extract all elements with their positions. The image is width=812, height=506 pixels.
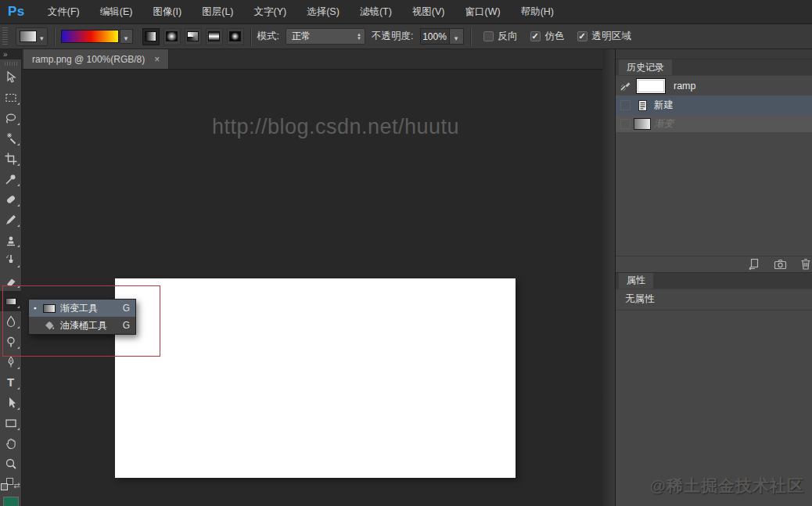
rectangle-icon	[4, 416, 18, 430]
move-tool[interactable]	[0, 67, 22, 88]
color-swatches-control[interactable]	[0, 474, 22, 494]
reflected-gradient-icon	[208, 31, 220, 41]
updown-arrows-icon	[357, 33, 361, 40]
gradient-icon	[4, 294, 18, 308]
reverse-label: 反向	[498, 30, 518, 43]
radial-gradient-button[interactable]	[163, 28, 181, 45]
reverse-checkbox[interactable]	[483, 31, 494, 41]
chevron-down-icon	[40, 30, 44, 44]
selection-arrow-icon	[4, 396, 18, 410]
clone-stamp-tool[interactable]	[0, 230, 22, 250]
flyout-item-label: 油漆桶工具	[60, 319, 119, 332]
document-tab-title: ramp.png @ 100%(RGB/8)	[32, 54, 145, 65]
canvas-watermark-text: http://blog.csdn.net/huutu	[45, 115, 626, 139]
brush-tool[interactable]	[0, 210, 22, 230]
magnifier-icon	[4, 457, 18, 471]
menu-help[interactable]: 帮助(H)	[511, 0, 564, 23]
opacity-input[interactable]: 100%	[420, 28, 450, 45]
tab-properties[interactable]: 属性	[619, 273, 653, 289]
opacity-label: 不透明度:	[372, 30, 413, 43]
set-source-well[interactable]	[620, 100, 631, 110]
bandage-icon	[4, 192, 18, 206]
options-grip-handle[interactable]	[2, 27, 8, 46]
menu-type[interactable]: 文字(Y)	[244, 0, 297, 23]
gradient-picker[interactable]	[61, 29, 133, 44]
canvas-area[interactable]: http://blog.csdn.net/huutu	[22, 70, 602, 506]
history-state-row[interactable]: 渐变	[616, 115, 812, 132]
snapshot-label[interactable]: ramp	[674, 81, 695, 92]
foreground-background-swatches-icon	[1, 478, 13, 490]
photoshop-window: Ps 文件(F) 编辑(E) 图像(I) 图层(L) 文字(Y) 选择(S) 滤…	[0, 0, 812, 506]
type-tool[interactable]	[0, 372, 22, 393]
menu-image[interactable]: 图像(I)	[142, 0, 192, 23]
photoshop-logo: Ps	[8, 4, 25, 20]
magic-wand-tool[interactable]	[0, 128, 22, 149]
eraser-tool[interactable]	[0, 271, 22, 291]
gradient-tool[interactable]	[0, 291, 22, 311]
history-brush-tool[interactable]	[0, 250, 22, 271]
history-snapshot-row[interactable]: ramp	[616, 76, 812, 95]
history-state-row[interactable]: 新建	[616, 95, 812, 115]
flyout-item-gradient-tool[interactable]: ▪ 渐变工具 G	[29, 300, 135, 317]
toolbar-grip-handle[interactable]	[5, 62, 17, 66]
pen-tool[interactable]	[0, 352, 22, 372]
healing-brush-tool[interactable]	[0, 189, 22, 210]
dither-checkbox[interactable]: ✓	[530, 31, 541, 41]
blur-tool[interactable]	[0, 311, 22, 332]
current-tool-bullet: ▪	[31, 304, 38, 312]
brush-icon	[4, 213, 18, 227]
swap-colors-icon	[13, 477, 20, 491]
history-brush-source-icon[interactable]	[616, 80, 636, 92]
blend-mode-select[interactable]: 正常	[286, 28, 365, 45]
angle-gradient-button[interactable]	[185, 28, 202, 45]
new-snapshot-camera-icon[interactable]	[774, 259, 787, 270]
flyout-item-paint-bucket-tool[interactable]: 油漆桶工具 G	[29, 317, 135, 334]
delete-trash-icon[interactable]	[800, 258, 811, 270]
snapshot-thumbnail[interactable]	[636, 78, 666, 94]
flyout-item-label: 渐变工具	[60, 302, 119, 315]
menu-file[interactable]: 文件(F)	[38, 0, 90, 23]
foreground-color-swatch[interactable]	[3, 497, 19, 506]
menu-window[interactable]: 窗口(W)	[455, 0, 511, 23]
hand-tool[interactable]	[0, 433, 22, 454]
path-selection-tool[interactable]	[0, 393, 22, 413]
tab-history[interactable]: 历史记录	[619, 59, 672, 75]
opacity-dropdown-button[interactable]	[450, 28, 464, 45]
menu-edit[interactable]: 编辑(E)	[90, 0, 143, 23]
transparency-checkbox[interactable]: ✓	[577, 31, 587, 41]
lasso-tool[interactable]	[0, 108, 22, 128]
new-document-from-state-icon[interactable]	[748, 258, 760, 270]
toolbar-collapse-bar[interactable]	[0, 49, 21, 59]
gradient-dropdown-button[interactable]	[120, 29, 133, 44]
tool-options-bar: 模式: 正常 不透明度: 100% 反向 ✓ 仿色 ✓ 透明区域	[0, 24, 812, 49]
crop-tool[interactable]	[0, 149, 22, 169]
canvas-document[interactable]	[115, 278, 516, 478]
tool-preset-picker[interactable]	[16, 27, 48, 46]
menu-layer[interactable]: 图层(L)	[192, 0, 243, 23]
flyout-item-shortcut: G	[123, 320, 130, 331]
document-area: ramp.png @ 100%(RGB/8) × http://blog.csd…	[22, 49, 602, 506]
reflected-gradient-button[interactable]	[206, 28, 223, 45]
rectangular-marquee-tool[interactable]	[0, 88, 22, 108]
dodge-tool[interactable]	[0, 332, 22, 352]
tool-flyout-menu: ▪ 渐变工具 G 油漆桶工具 G	[28, 299, 136, 335]
history-brush-icon	[4, 253, 18, 267]
gradient-type-buttons	[142, 28, 244, 45]
diamond-gradient-icon	[229, 31, 241, 41]
menu-view[interactable]: 视图(V)	[402, 0, 455, 23]
history-empty-area	[616, 132, 812, 256]
menu-select[interactable]: 选择(S)	[296, 0, 350, 23]
menu-filter[interactable]: 滤镜(T)	[350, 0, 402, 23]
eyedropper-icon	[4, 172, 18, 186]
zoom-tool[interactable]	[0, 454, 22, 474]
hand-icon	[4, 436, 18, 450]
linear-gradient-button[interactable]	[142, 28, 160, 45]
rectangle-tool[interactable]	[0, 413, 22, 433]
eyedropper-tool[interactable]	[0, 169, 22, 189]
close-icon[interactable]: ×	[154, 54, 160, 65]
new-document-state-icon	[631, 99, 654, 112]
document-tab[interactable]: ramp.png @ 100%(RGB/8) ×	[23, 49, 169, 69]
divider	[250, 27, 251, 46]
diamond-gradient-button[interactable]	[227, 28, 244, 45]
gradient-preview[interactable]	[61, 30, 119, 43]
